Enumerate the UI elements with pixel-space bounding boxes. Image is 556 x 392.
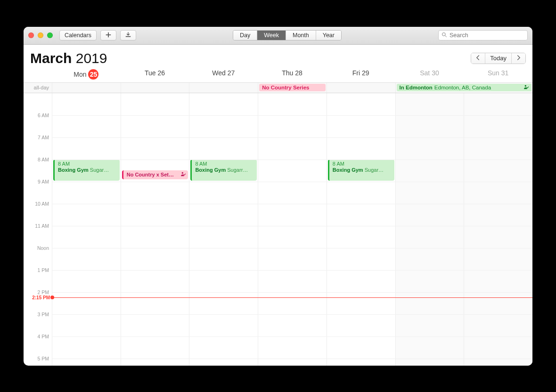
calendars-button[interactable]: Calendars xyxy=(59,30,97,40)
event-block[interactable]: No Country x Set… xyxy=(122,170,188,179)
svg-point-2 xyxy=(182,172,183,174)
hour-label: 11 AM xyxy=(24,223,52,245)
week-grid[interactable]: 6 AM7 AM8 AM9 AM10 AM11 AMNoon1 PM2 PM3 … xyxy=(24,93,532,366)
view-day[interactable]: Day xyxy=(233,31,257,40)
search-field[interactable] xyxy=(438,30,528,40)
inbox-button[interactable] xyxy=(120,30,136,40)
hour-line xyxy=(52,204,532,204)
hour-line xyxy=(52,226,532,226)
week-nav: Today xyxy=(471,53,526,64)
new-event-button[interactable] xyxy=(100,30,116,40)
page-title: March 2019 xyxy=(30,50,107,66)
hour-line xyxy=(52,359,532,359)
allday-cell-thu[interactable]: No Country Series xyxy=(258,83,327,93)
time-gutter: 6 AM7 AM8 AM9 AM10 AM11 AMNoon1 PM2 PM3 … xyxy=(24,93,52,366)
now-indicator-line xyxy=(52,297,532,298)
hour-label: 2 PM xyxy=(24,289,52,312)
day-header-mon[interactable]: Mon25 xyxy=(52,69,121,80)
allday-cell-tue[interactable] xyxy=(121,83,189,93)
hour-label: 8 AM xyxy=(24,157,52,179)
allday-event-no-country[interactable]: No Country Series xyxy=(259,84,326,91)
hour-label: 4 PM xyxy=(24,334,52,356)
hour-label: 3 PM xyxy=(24,312,52,334)
window-close-button[interactable] xyxy=(28,32,34,38)
day-headers: Mon25Tue26Wed27Thu28Fri29Sat30Sun31 xyxy=(24,69,532,83)
svg-point-1 xyxy=(525,85,526,87)
chevron-left-icon xyxy=(476,55,480,62)
person-check-icon xyxy=(181,172,186,178)
hour-line xyxy=(52,115,532,116)
hour-line xyxy=(52,270,532,271)
svg-point-0 xyxy=(442,32,446,36)
day-column-tue[interactable]: No Country x Set… xyxy=(121,93,189,366)
allday-event-edmonton[interactable]: In Edmonton Edmonton, AB, Canada xyxy=(397,84,531,91)
allday-cell-weekend[interactable]: In Edmonton Edmonton, AB, Canada xyxy=(395,83,532,93)
next-week-button[interactable] xyxy=(512,53,525,64)
allday-cell-fri[interactable] xyxy=(327,83,395,93)
search-input[interactable] xyxy=(450,32,524,39)
chevron-right-icon xyxy=(516,55,521,62)
hour-label: 1 PM xyxy=(24,267,52,289)
toolbar: Calendars Day Week Month Year xyxy=(24,27,532,45)
hour-label: 10 AM xyxy=(24,201,52,223)
hour-label: 6 AM xyxy=(24,112,52,135)
window-zoom-button[interactable] xyxy=(47,32,53,38)
day-column-fri[interactable]: 8 AMBoxing Gym Sugar… xyxy=(327,93,395,366)
view-switcher: Day Week Month Year xyxy=(233,30,342,40)
hour-label xyxy=(24,93,52,112)
day-column-sat[interactable] xyxy=(395,93,464,366)
plus-icon xyxy=(105,32,112,40)
day-header-thu[interactable]: Thu28 xyxy=(258,69,327,80)
day-column-wed[interactable]: 8 AMBoxing Gym Sugarr… xyxy=(189,93,258,366)
hour-line xyxy=(52,314,532,315)
allday-cell-wed[interactable] xyxy=(189,83,258,93)
inbox-icon xyxy=(125,32,131,40)
calendar-window: Calendars Day Week Month Year xyxy=(24,27,532,366)
event-block[interactable]: 8 AMBoxing Gym Sugarr… xyxy=(190,160,257,181)
header: March 2019 Today xyxy=(24,45,532,69)
hour-label: 5 PM xyxy=(24,356,52,366)
hour-label: Noon xyxy=(24,245,52,267)
view-week[interactable]: Week xyxy=(257,31,286,40)
view-month[interactable]: Month xyxy=(286,31,316,40)
window-minimize-button[interactable] xyxy=(38,32,43,38)
day-header-tue[interactable]: Tue26 xyxy=(121,69,189,80)
allday-cell-mon[interactable] xyxy=(52,83,121,93)
hour-line xyxy=(52,336,532,337)
prev-week-button[interactable] xyxy=(471,53,485,64)
allday-row: all-day No Country Series In Edmonton Ed… xyxy=(24,83,532,93)
day-header-fri[interactable]: Fri29 xyxy=(327,69,395,80)
window-traffic-lights xyxy=(28,32,53,38)
now-time-label: 2:15 PM xyxy=(32,295,50,300)
hour-line xyxy=(52,182,532,182)
view-year[interactable]: Year xyxy=(316,31,341,40)
day-header-wed[interactable]: Wed27 xyxy=(189,69,258,80)
day-header-sat[interactable]: Sat30 xyxy=(395,69,464,80)
event-block[interactable]: 8 AMBoxing Gym Sugar… xyxy=(328,160,394,181)
hour-label: 9 AM xyxy=(24,179,52,201)
day-column-thu[interactable] xyxy=(258,93,327,366)
day-column-mon[interactable]: 8 AMBoxing Gym Sugar… xyxy=(52,93,121,366)
hour-line xyxy=(52,248,532,248)
day-header-sun[interactable]: Sun31 xyxy=(464,69,532,80)
person-check-icon xyxy=(524,85,529,90)
hour-line xyxy=(52,292,532,293)
hour-line xyxy=(52,137,532,138)
day-column-sun[interactable] xyxy=(464,93,532,366)
event-block[interactable]: 8 AMBoxing Gym Sugar… xyxy=(53,160,120,181)
hour-label: 7 AM xyxy=(24,135,52,157)
today-button[interactable]: Today xyxy=(485,53,512,64)
search-icon xyxy=(442,32,447,39)
hour-line xyxy=(52,160,532,160)
allday-label: all-day xyxy=(24,83,52,93)
